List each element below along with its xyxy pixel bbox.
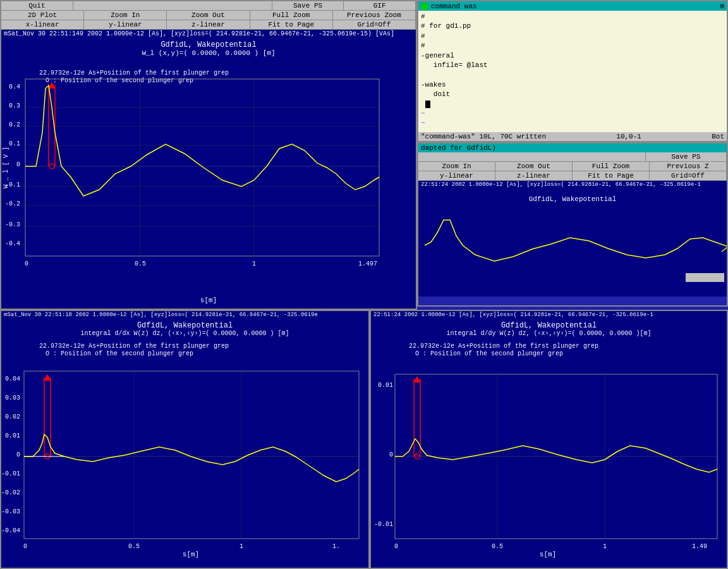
svg-text:0.01: 0.01 [5,432,20,439]
adapted-toolbar: Save PS Zoom In Zoom Out Full Zoom Previ… [418,152,727,181]
terminal-title: command was [431,3,477,10]
br-status: 22:51:24 2002 1.0000e-12 [As], [xyz]loss… [371,311,727,319]
terminal-line-3: # [421,32,724,41]
terminal-line-10 [421,100,724,109]
svg-text:0.5: 0.5 [135,260,146,267]
svg-text:0.4: 0.4 [9,83,20,90]
adapted-toolbar-row-1: Save PS [418,152,727,162]
svg-text:0.5: 0.5 [492,543,503,550]
adapted-plot-svg: GdfidL, Wakepotential [418,188,727,297]
terminal-close[interactable]: ⊞ [720,2,724,10]
svg-text:0: 0 [394,543,398,550]
svg-text:0.3: 0.3 [9,102,20,109]
bottom-left-plot: mSat_Nov 30 22:51:18 2002 1.0000e-12 [As… [0,310,370,569]
adapted-full-zoom[interactable]: Full Zoom [573,162,650,171]
svg-text:-0.01: -0.01 [1,470,20,477]
adapted-spacer [418,152,646,162]
svg-text:1.: 1. [332,543,340,550]
main-plot-svg: 0.4 0.3 0.2 0.1 0 -0.1 -0.2 -0.3 -0.4 W … [1,51,416,272]
svg-text:-0.03: -0.03 [1,508,20,515]
svg-text:0: 0 [389,451,393,458]
x-linear-button[interactable]: x-linear [1,20,84,30]
zoom-out-button[interactable]: Zoom Out [167,11,250,20]
terminal-line-11: ~ [421,109,724,119]
svg-text:0.1: 0.1 [9,140,20,147]
full-zoom-button[interactable]: Full Zoom [250,11,333,20]
y-linear-button[interactable]: y-linear [84,20,167,30]
adapted-y-linear[interactable]: y-linear [418,171,495,181]
terminal-line-6: infile= @last [421,61,724,70]
svg-text:GdfidL, Wakepotential: GdfidL, Wakepotential [529,195,617,203]
gif-button[interactable]: GIF [344,1,416,11]
main-plot-area: GdfidL, Wakepotential W_l (x,y)=( 0.0000… [1,38,416,307]
toolbar-row-2: 2D Plot Zoom In Zoom Out Full Zoom Previ… [1,11,416,20]
terminal-line-7 [421,70,724,80]
br-annotation-2: O : Position of the second plunger grep [415,350,563,357]
bl-annotation-2: O : Position of the second plunger grep [46,350,193,357]
svg-text:-0.4: -0.4 [5,240,20,247]
svg-text:W _ l [ V ]: W _ l [ V ] [3,147,9,188]
svg-rect-43 [24,371,359,539]
terminal-line-5: -general [421,51,724,61]
terminal-line-1: # [421,12,724,21]
bl-subtitle: integral d/dx W(z) dz, (‹x›,‹y›)=( 0.000… [1,330,368,338]
grid-off-button[interactable]: Grid=Off [333,20,416,30]
previous-zoom-button[interactable]: Previous Zoom [333,11,416,20]
z-linear-button[interactable]: z-linear [167,20,250,30]
terminal-status-bar: "command-was" 10L, 70C written 10,0-1 Bo… [418,132,727,141]
adapted-previous-zoom[interactable]: Previous Z [650,162,727,171]
br-plot-svg: W _ y [ V ] 0.01 0 -0.01 0 0.5 1 1.49 s[… [371,349,727,558]
2d-plot-button[interactable]: 2D Plot [1,11,84,20]
adapted-toolbar-row-2: Zoom In Zoom Out Full Zoom Previous Z [418,162,727,171]
previous-label[interactable]: Previous [686,273,724,282]
terminal-content[interactable]: # # for gd1.pp # # -general infile= @las… [418,11,727,138]
adapted-plot-area: GdfidL, Wakepotential [418,188,727,297]
zoom-in-button[interactable]: Zoom In [84,11,167,20]
main-plot-status: mSat_Nov 30 22:51:149 2002 1.0000e-12 [A… [1,30,416,38]
terminal-indicator [421,3,428,10]
svg-text:0.02: 0.02 [5,413,20,420]
svg-text:-0.2: -0.2 [5,200,20,207]
svg-text:-0.01: -0.01 [374,521,393,528]
terminal-line-2: # for gd1.pp [421,21,724,31]
svg-marker-49 [44,374,51,381]
toolbar-row-3: x-linear y-linear z-linear Fit to Page G… [1,20,416,30]
bl-title: GdfidL, Wakepotential [1,319,368,330]
fit-to-page-button[interactable]: Fit to Page [250,20,333,30]
svg-text:s[m]: s[m] [540,551,556,558]
terminal-status-left: "command-was" 10L, 70C written [421,133,546,140]
svg-text:1.497: 1.497 [358,260,377,267]
bl-plot-svg: W _ x [ V ] 0.04 0.03 0.02 0.01 0 -0.01 … [1,349,371,558]
svg-text:0.5: 0.5 [128,543,140,550]
br-subtitle: integral d/dy W(z) dz, (‹x›,‹y›)=( 0.000… [371,330,727,338]
toolbar-row-1: Quit Save PS GIF [1,1,416,11]
bottom-right-plot: 22:51:24 2002 1.0000e-12 [As], [xyz]loss… [370,310,728,569]
main-plot-container: Quit Save PS GIF 2D Plot Zoom In Zoom Ou… [0,0,417,310]
svg-text:0.04: 0.04 [5,376,20,382]
svg-text:1: 1 [240,543,243,550]
svg-text:-0.3: -0.3 [5,221,20,228]
terminal-line-9: doit [421,90,724,99]
adapted-title-bar: dapted for GdfidL) [418,144,727,152]
terminal-line-4: # [421,41,724,51]
terminal-title-bar: command was ⊞ [418,1,727,11]
svg-text:1: 1 [252,260,256,267]
main-x-label: s[m] [200,297,217,304]
adapted-zoom-out[interactable]: Zoom Out [495,162,573,171]
adapted-fit-page[interactable]: Fit to Page [573,171,650,181]
terminal-status-right: Bot [712,133,724,140]
svg-text:0.03: 0.03 [5,395,20,401]
adapted-title: dapted for GdfidL) [421,144,496,152]
save-ps-button[interactable]: Save PS [272,1,344,11]
svg-text:-0.02: -0.02 [1,489,20,496]
bl-status: mSat_Nov 30 22:51:18 2002 1.0000e-12 [As… [1,311,368,319]
adapted-save-ps[interactable]: Save PS [646,152,727,162]
adapted-zoom-in[interactable]: Zoom In [418,162,495,171]
svg-text:0: 0 [23,543,27,550]
quit-button[interactable]: Quit [1,1,73,11]
adapted-grid-off[interactable]: Grid=Off [650,171,727,181]
main-toolbar: Quit Save PS GIF 2D Plot Zoom In Zoom Ou… [1,1,416,30]
adapted-z-linear[interactable]: z-linear [495,171,573,181]
svg-text:0.01: 0.01 [378,382,393,389]
svg-text:0.2: 0.2 [9,121,20,128]
